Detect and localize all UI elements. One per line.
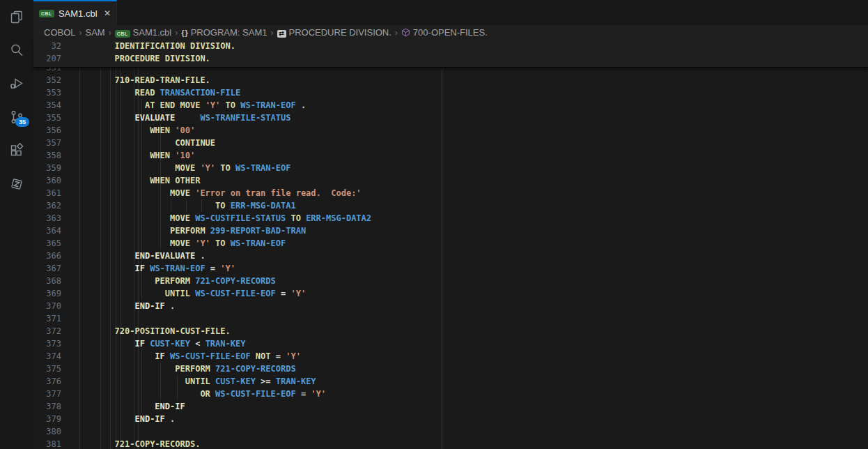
- breadcrumb-item[interactable]: CBLSAM1.cbl: [115, 27, 172, 38]
- code-line[interactable]: 380: [33, 425, 868, 438]
- code-line[interactable]: 379 END-IF .: [33, 413, 868, 425]
- line-content: MOVE 'Y' TO WS-TRAN-EOF: [61, 237, 286, 250]
- breadcrumb-item[interactable]: SAM: [86, 27, 105, 38]
- line-number: 353: [33, 86, 61, 99]
- line-content: IF WS-CUST-FILE-EOF NOT = 'Y': [61, 350, 301, 363]
- search-icon[interactable]: [0, 36, 33, 64]
- code-lines: 351352 710-READ-TRAN-FILE.353 READ TRANS…: [33, 67, 868, 449]
- code-line[interactable]: 355 EVALUATE WS-TRANFILE-STATUS: [33, 112, 868, 124]
- line-content: MOVE 'Error on tran file read. Code:': [61, 187, 362, 199]
- line-content: IF CUST-KEY < TRAN-KEY: [61, 337, 245, 350]
- line-number: 361: [33, 187, 61, 199]
- code-line[interactable]: 378 END-IF: [33, 400, 868, 413]
- explorer-icon[interactable]: [0, 3, 33, 31]
- line-content: END-IF: [61, 400, 185, 413]
- code-line[interactable]: 356 WHEN '00': [33, 124, 868, 137]
- code-area[interactable]: 351352 710-READ-TRAN-FILE.353 READ TRANS…: [33, 67, 868, 449]
- code-line[interactable]: 361 MOVE 'Error on tran file read. Code:…: [33, 187, 868, 199]
- code-line[interactable]: 377 OR WS-CUST-FILE-EOF = 'Y': [33, 388, 868, 400]
- breadcrumb-label: PROGRAM: SAM1: [191, 27, 268, 38]
- line-number: 357: [33, 137, 61, 149]
- extensions-icon[interactable]: [0, 137, 33, 165]
- line-content: [61, 67, 79, 74]
- line-number: 380: [33, 425, 61, 438]
- breadcrumb-item[interactable]: { }PROGRAM: SAM1: [181, 27, 267, 38]
- code-line[interactable]: 376 UNTIL CUST-KEY >= TRAN-KEY: [33, 375, 868, 388]
- code-line[interactable]: 375 PERFORM 721-COPY-RECORDS: [33, 363, 868, 375]
- line-number: 372: [33, 325, 61, 337]
- code-line[interactable]: 368 PERFORM 721-COPY-RECORDS: [33, 275, 868, 287]
- code-line[interactable]: 362 TO ERR-MSG-DATA1: [33, 199, 868, 212]
- line-content: PROCEDURE DIVISION.: [61, 52, 210, 65]
- code-line[interactable]: 372 720-POSITION-CUST-FILE.: [33, 325, 868, 337]
- line-content: WHEN OTHER: [61, 174, 200, 187]
- line-content: WHEN '00': [61, 124, 195, 137]
- line-number: 355: [33, 112, 61, 124]
- line-number: 364: [33, 224, 61, 237]
- code-line[interactable]: 365 MOVE 'Y' TO WS-TRAN-EOF: [33, 237, 868, 250]
- code-line[interactable]: 369 UNTIL WS-CUST-FILE-EOF = 'Y': [33, 287, 868, 300]
- breadcrumb-item[interactable]: 700-OPEN-FILES.: [401, 27, 488, 38]
- code-line[interactable]: 357 CONTINUE: [33, 137, 868, 149]
- line-number: 356: [33, 124, 61, 137]
- code-line[interactable]: 370 END-IF .: [33, 300, 868, 312]
- code-line[interactable]: 360 WHEN OTHER: [33, 174, 868, 187]
- run-debug-icon[interactable]: [0, 70, 33, 98]
- code-line[interactable]: 381 721-COPY-RECORDS.: [33, 438, 868, 449]
- tab-sam1-cbl[interactable]: CBL SAM1.cbl ✕: [33, 0, 117, 25]
- code-line[interactable]: 354 AT END MOVE 'Y' TO WS-TRAN-EOF .: [33, 99, 868, 112]
- breadcrumb-label: SAM: [86, 27, 105, 38]
- braces-icon: { }: [181, 27, 187, 38]
- code-line[interactable]: 353 READ TRANSACTION-FILE: [33, 86, 868, 99]
- tab-close-icon[interactable]: ✕: [104, 9, 111, 17]
- code-line[interactable]: 352 710-READ-TRAN-FILE.: [33, 74, 868, 86]
- sticky-line[interactable]: 207 PROCEDURE DIVISION.: [33, 52, 868, 65]
- breadcrumb-separator-icon: ›: [109, 28, 111, 38]
- line-number: 377: [33, 388, 61, 400]
- sticky-line[interactable]: 32 IDENTIFICATION DIVISION.: [33, 40, 868, 52]
- module-cube-icon: [401, 28, 410, 37]
- line-number: 371: [33, 312, 61, 325]
- scm-pending-changes-badge: 35: [15, 117, 29, 127]
- code-line[interactable]: 363 MOVE WS-CUSTFILE-STATUS TO ERR-MSG-D…: [33, 212, 868, 224]
- zowe-explorer-icon[interactable]: [0, 170, 33, 198]
- line-number: 367: [33, 262, 61, 275]
- code-line[interactable]: 371: [33, 312, 868, 325]
- line-content: AT END MOVE 'Y' TO WS-TRAN-EOF .: [61, 99, 306, 112]
- code-line[interactable]: 374 IF WS-CUST-FILE-EOF NOT = 'Y': [33, 350, 868, 363]
- code-line[interactable]: 367 IF WS-TRAN-EOF = 'Y': [33, 262, 868, 275]
- cbl-language-icon: CBL: [115, 27, 130, 38]
- line-number: 381: [33, 438, 61, 449]
- breadcrumb-label: SAM1.cbl: [133, 27, 172, 38]
- line-number: 362: [33, 199, 61, 212]
- code-line[interactable]: 359 MOVE 'Y' TO WS-TRAN-EOF: [33, 162, 868, 174]
- line-content: PERFORM 721-COPY-RECORDS: [61, 275, 276, 287]
- code-line[interactable]: 351: [33, 67, 868, 74]
- line-content: END-EVALUATE .: [61, 250, 206, 262]
- line-content: EVALUATE WS-TRANFILE-STATUS: [61, 112, 290, 124]
- breadcrumb-separator-icon: ›: [271, 28, 274, 38]
- activity-bar: 35: [0, 0, 34, 449]
- breadcrumb-item[interactable]: ⇄PROCEDURE DIVISION.: [277, 27, 392, 38]
- tab-bar: CBL SAM1.cbl ✕: [33, 0, 868, 25]
- breadcrumb-separator-icon: ›: [79, 28, 82, 38]
- code-line[interactable]: 364 PERFORM 299-REPORT-BAD-TRAN: [33, 224, 868, 237]
- line-content: MOVE WS-CUSTFILE-STATUS TO ERR-MSG-DATA2: [61, 212, 371, 224]
- line-content: 720-POSITION-CUST-FILE.: [61, 325, 231, 337]
- line-number: 365: [33, 237, 61, 250]
- line-number: 207: [33, 52, 61, 65]
- code-line[interactable]: 358 WHEN '10': [33, 149, 868, 162]
- line-content: END-IF .: [61, 413, 175, 425]
- line-number: 374: [33, 350, 61, 363]
- code-line[interactable]: 366 END-EVALUATE .: [33, 250, 868, 262]
- line-number: 376: [33, 375, 61, 388]
- line-number: 378: [33, 400, 61, 413]
- line-content: 721-COPY-RECORDS.: [61, 438, 200, 449]
- source-control-icon[interactable]: 35: [0, 103, 33, 131]
- breadcrumb-item[interactable]: COBOL: [44, 27, 76, 38]
- code-line[interactable]: 373 IF CUST-KEY < TRAN-KEY: [33, 337, 868, 350]
- line-content: MOVE 'Y' TO WS-TRAN-EOF: [61, 162, 290, 174]
- line-number: 360: [33, 174, 61, 187]
- tab-title: SAM1.cbl: [59, 8, 98, 19]
- sticky-scroll: 32 IDENTIFICATION DIVISION.207 PROCEDURE…: [33, 40, 868, 68]
